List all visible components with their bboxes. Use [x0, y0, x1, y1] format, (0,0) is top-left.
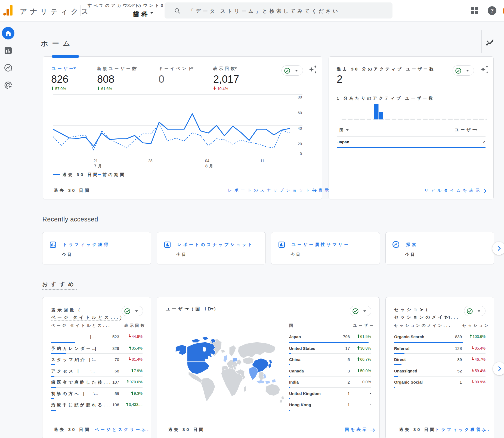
svg-text:60: 60 — [298, 111, 302, 115]
svg-text:0: 0 — [300, 152, 302, 156]
svg-text:20: 20 — [298, 142, 302, 146]
svg-text:80: 80 — [298, 95, 302, 99]
svg-text:40: 40 — [298, 126, 302, 131]
